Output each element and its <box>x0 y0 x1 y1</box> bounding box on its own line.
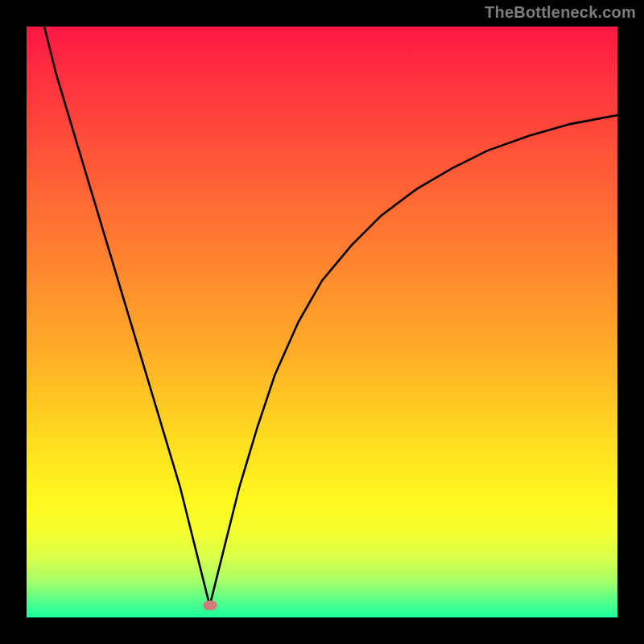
bottleneck-curve <box>27 27 617 617</box>
minimum-marker <box>203 601 217 610</box>
watermark-text: TheBottleneck.com <box>485 3 636 22</box>
chart-frame: TheBottleneck.com <box>0 0 644 644</box>
plot-area <box>27 27 617 617</box>
